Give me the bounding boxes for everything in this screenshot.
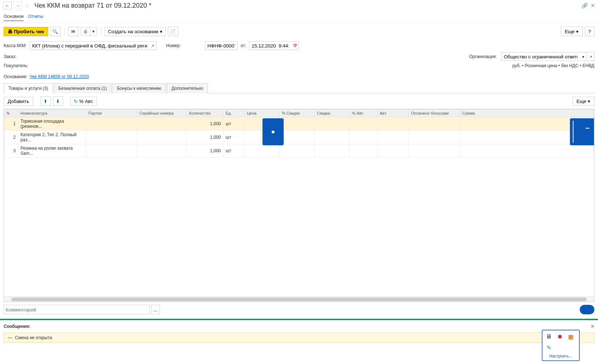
- tab-bonuses[interactable]: Бонусы к начислению: [112, 83, 166, 93]
- date-input[interactable]: [249, 41, 291, 50]
- email-button[interactable]: ✉: [68, 27, 78, 36]
- blue-overlay-sidebar: −: [570, 118, 594, 145]
- message-dash-icon: —: [8, 335, 12, 340]
- col-nomenclature[interactable]: Номенклатура: [18, 110, 86, 117]
- cell-pct-discount: [280, 131, 315, 144]
- document-button[interactable]: 📄: [168, 27, 178, 36]
- punch-check-button[interactable]: 🖶 Пробить чек: [4, 27, 48, 36]
- more-button[interactable]: Еще ▾: [561, 27, 583, 36]
- col-discount[interactable]: Скидка: [315, 110, 350, 117]
- comment-input[interactable]: [4, 305, 150, 314]
- info-line: руб. • Розничная цена • без НДС • ЕНВД: [513, 63, 594, 68]
- blue-pill-redacted: [580, 305, 594, 314]
- cell-auto: [377, 144, 409, 158]
- org-dropdown-button[interactable]: ▾: [580, 52, 587, 61]
- move-up-button[interactable]: ⬆: [41, 96, 51, 106]
- col-pct-discount[interactable]: % Скидки: [280, 110, 315, 117]
- refresh-pct-auto-button[interactable]: ↻ % Авт.: [70, 97, 97, 106]
- tab-toolbar: Добавить ⬆ ⬇ ↻ % Авт. Еще ▾: [0, 93, 598, 109]
- cell-n: 2: [4, 131, 18, 144]
- green-separator: [0, 319, 598, 320]
- kassa-input[interactable]: [30, 41, 149, 50]
- messages-close-icon[interactable]: ✕: [591, 324, 594, 329]
- cell-price: [245, 144, 280, 158]
- nav-forward-button[interactable]: →: [13, 1, 22, 9]
- panel-monitor-icon[interactable]: 🖥: [545, 333, 553, 341]
- org-label: Организация:: [469, 54, 498, 59]
- col-pct-auto[interactable]: % Авт.: [350, 110, 377, 117]
- message-item[interactable]: — Смена не открыта: [4, 333, 594, 343]
- order-label: Заказ:: [4, 54, 26, 59]
- create-based-label: Создать на основании: [108, 29, 158, 34]
- cell-unit: шт: [223, 144, 245, 158]
- favorite-star-icon[interactable]: ☆: [25, 2, 30, 9]
- cell-pct-discount: [280, 117, 315, 131]
- cell-paid-bonuses: [409, 144, 460, 158]
- cell-nomenclature: Категория 2. Тип 2. Полный раз...: [18, 131, 86, 144]
- punch-check-label: Пробить чек: [14, 29, 44, 34]
- cell-nomenclature: Резинка на ролик захвата Sam...: [18, 144, 86, 158]
- nav-back-button[interactable]: ←: [3, 1, 12, 9]
- chevron-down-icon: ▾: [160, 29, 162, 34]
- cell-qty: 1,000: [187, 144, 223, 158]
- panel-bug-icon[interactable]: ✱: [556, 333, 564, 341]
- cash-register-icon: 🖶: [8, 29, 12, 34]
- print-button[interactable]: 🖨: [81, 27, 90, 35]
- move-down-button[interactable]: ⬇: [53, 96, 63, 106]
- refresh-icon: ↻: [74, 99, 78, 104]
- col-auto[interactable]: Авт.: [377, 110, 409, 117]
- help-button[interactable]: ?: [585, 27, 594, 36]
- cell-paid-bonuses: [409, 117, 460, 131]
- col-price[interactable]: Цена: [245, 110, 280, 117]
- chevron-down-icon: ▾: [576, 29, 579, 34]
- col-serials[interactable]: Серийные номера: [137, 110, 187, 117]
- tabs: Товары и услуги (3) Безналичная оплата (…: [4, 83, 594, 93]
- cell-serials: [137, 144, 187, 158]
- page-title: Чек ККМ на возврат 71 от 09.12.2020 *: [34, 2, 580, 9]
- basis-link[interactable]: Чек ККМ 14659 от 09.12.2020: [30, 74, 89, 79]
- create-based-button[interactable]: Создать на основании ▾: [105, 27, 166, 36]
- cell-pct-auto: [350, 131, 377, 144]
- col-n[interactable]: N: [4, 110, 18, 117]
- close-icon[interactable]: ✕: [591, 3, 595, 8]
- cell-n: 3: [4, 144, 18, 158]
- col-qty[interactable]: Количество: [187, 110, 223, 117]
- col-batch[interactable]: Партия: [86, 110, 137, 117]
- kassa-open-button[interactable]: ↗: [149, 41, 157, 50]
- date-picker-button[interactable]: 📅: [291, 41, 299, 50]
- more-label: Еще: [565, 29, 575, 34]
- magnifier-button[interactable]: 🔍: [50, 27, 61, 36]
- col-sum[interactable]: Сумма: [460, 110, 594, 117]
- goods-table: N Номенклатура Партия Серийные номера Ко…: [4, 109, 594, 302]
- cell-unit: шт: [223, 131, 245, 144]
- add-button[interactable]: Добавить: [4, 97, 33, 106]
- cell-batch: [86, 131, 137, 144]
- cell-serials: [137, 131, 187, 144]
- floating-tool-panel: 🖥 ✱ ▦ ✎ Настроить...: [542, 330, 580, 344]
- link-icon[interactable]: 🔗: [582, 3, 588, 8]
- cell-qty: 1,000: [187, 131, 223, 144]
- tab-goods[interactable]: Товары и услуги (3): [4, 83, 53, 93]
- tab-additional[interactable]: Дополнительно: [167, 83, 208, 93]
- col-unit[interactable]: Ед.: [223, 110, 245, 117]
- tab-cashless[interactable]: Безналичная оплата (1): [54, 83, 112, 93]
- table-row[interactable]: 2Категория 2. Тип 2. Полный раз...1,000ш…: [4, 131, 594, 144]
- table-row[interactable]: 3Резинка на ролик захвата Sam...1,000шт: [4, 144, 594, 158]
- org-open-button[interactable]: ↗: [587, 52, 594, 61]
- panel-edit-icon[interactable]: ✎: [545, 344, 553, 344]
- cell-discount: [315, 131, 350, 144]
- panel-table-icon[interactable]: ▦: [567, 333, 575, 341]
- subnav-main[interactable]: Основное: [4, 12, 24, 21]
- comment-expand-button[interactable]: ...: [151, 305, 160, 314]
- number-input[interactable]: [205, 41, 238, 50]
- horizontal-scrollbar[interactable]: [4, 296, 594, 302]
- cell-discount: [315, 117, 350, 131]
- subnav-reports[interactable]: Отчеты: [28, 12, 43, 21]
- table-row[interactable]: 1Тормозная площадка (резинов...1,000шт: [4, 117, 594, 131]
- cell-pct-auto: [350, 144, 377, 158]
- cell-sum: [460, 144, 594, 158]
- print-dropdown[interactable]: ▾: [90, 27, 97, 35]
- col-paid-bonuses[interactable]: Оплачено бонусами: [409, 110, 460, 117]
- org-input[interactable]: [501, 52, 580, 61]
- table-more-button[interactable]: Еще ▾: [572, 97, 594, 106]
